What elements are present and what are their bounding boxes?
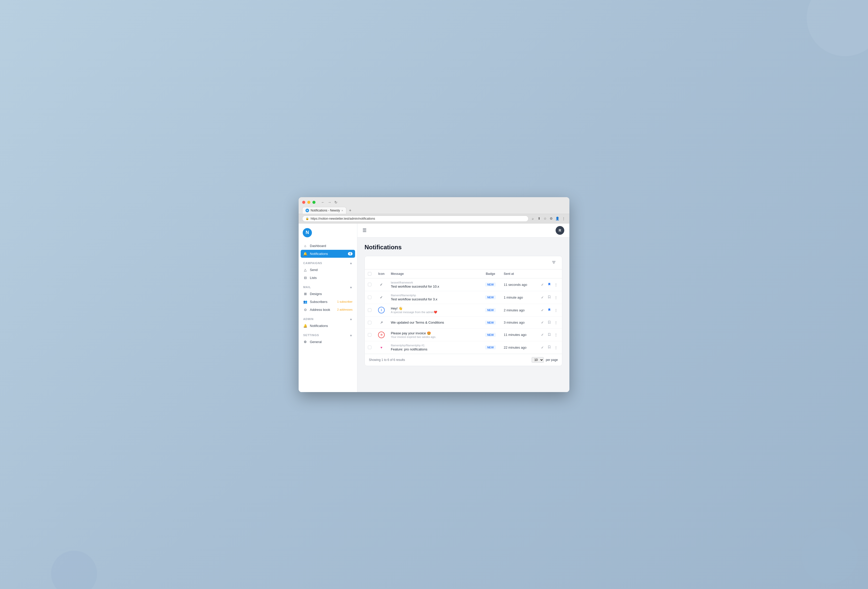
mail-section-header: MAIL ▲ xyxy=(301,282,355,290)
row-sent: 11 seconds ago xyxy=(501,278,536,291)
bookmark-toolbar-icon[interactable]: ☆ xyxy=(543,216,548,221)
active-tab[interactable]: N Notifications - Newsly × xyxy=(302,207,346,214)
bookmark-button[interactable] xyxy=(546,320,552,325)
more-actions-button[interactable]: ⋮ xyxy=(553,307,559,313)
main-content: ☰ R Notifications xyxy=(357,223,569,392)
filter-button[interactable] xyxy=(550,259,558,266)
forward-button[interactable]: → xyxy=(327,200,332,205)
bookmark-button[interactable] xyxy=(546,282,552,287)
back-button[interactable]: ← xyxy=(320,200,326,205)
row-sent: 3 minutes ago xyxy=(501,316,536,328)
admin-toggle[interactable]: ▲ xyxy=(350,317,353,321)
more-actions-button[interactable]: ⋮ xyxy=(553,332,559,337)
table-row: ♥ filamentphp/filamentphp #1 Feature: pr… xyxy=(365,341,562,354)
row-message: We updated our Terms & Conditions xyxy=(391,320,477,325)
search-toolbar-icon[interactable]: ⌕ xyxy=(531,216,535,221)
mark-read-button[interactable]: ✓ xyxy=(540,282,545,287)
campaigns-toggle[interactable]: ▲ xyxy=(350,261,353,265)
more-toolbar-icon[interactable]: ⋮ xyxy=(561,216,566,221)
row-checkbox[interactable] xyxy=(368,283,371,286)
row-sent: 2 minutes ago xyxy=(501,304,536,316)
avatar[interactable]: R xyxy=(556,226,564,235)
settings-section-label: SETTINGS xyxy=(303,334,319,337)
url-input[interactable]: 🔒 https://notion-newsletter.test/admin/n… xyxy=(302,216,528,222)
mark-read-button[interactable]: ✓ xyxy=(540,320,545,325)
bookmark-button[interactable] xyxy=(546,294,552,300)
col-header-sent: Sent at xyxy=(501,269,536,278)
row-checkbox[interactable] xyxy=(368,345,371,349)
share-toolbar-icon[interactable]: ⬆ xyxy=(537,216,541,221)
select-all-checkbox[interactable] xyxy=(368,272,371,276)
settings-toggle[interactable]: ▲ xyxy=(350,333,353,337)
sidebar-address-book-label: Address book xyxy=(310,308,330,311)
topbar-right: R xyxy=(556,226,564,235)
browser-window: ← → ↻ N Notifications - Newsly × + 🔒 htt… xyxy=(299,197,569,392)
sidebar-send-label: Send xyxy=(310,268,317,272)
more-actions-button[interactable]: ⋮ xyxy=(553,345,559,350)
sidebar-item-subscribers[interactable]: 👥 Subscribers 1 subscriber xyxy=(301,298,355,306)
row-checkbox[interactable] xyxy=(368,321,371,325)
sidebar-item-general[interactable]: ⚙ General xyxy=(301,338,355,346)
tab-favicon: N xyxy=(306,209,309,212)
mail-toggle[interactable]: ▲ xyxy=(350,285,353,289)
row-actions: ✓ ⋮ xyxy=(539,294,559,300)
table-row: ✓ filament/filamentphp Test workflow suc… xyxy=(365,291,562,304)
table-row: ✓ laravel/framework Test workflow succes… xyxy=(365,278,562,291)
tab-close-button[interactable]: × xyxy=(341,209,343,212)
sidebar-item-lists[interactable]: ⊟ Lists xyxy=(301,274,355,282)
profile-toolbar-icon[interactable]: 👤 xyxy=(555,216,559,221)
hamburger-menu[interactable]: ☰ xyxy=(362,227,366,233)
sidebar-logo: N xyxy=(299,223,357,242)
per-page-selector: 10 25 50 per page xyxy=(531,357,558,363)
bookmark-button[interactable] xyxy=(546,345,552,350)
pagination-text: Showing 1 to 6 of 6 results xyxy=(369,358,405,362)
browser-titlebar: ← → ↻ N Notifications - Newsly × + xyxy=(299,197,569,214)
row-message: Test workflow successful for 3.x xyxy=(391,297,477,301)
sidebar-general-label: General xyxy=(310,340,322,344)
row-actions: ✓ ⋮ xyxy=(539,282,559,287)
row-badge: NEW xyxy=(485,282,496,286)
row-actions: ✓ ⋮ xyxy=(539,320,559,325)
subscribers-badge: 1 subscriber xyxy=(337,300,353,303)
bookmark-button[interactable] xyxy=(546,307,552,313)
mark-read-button[interactable]: ✓ xyxy=(540,332,545,337)
close-dot[interactable] xyxy=(302,201,305,204)
row-badge: NEW xyxy=(485,333,496,337)
row-actions: ✓ ⋮ xyxy=(539,332,559,338)
row-sub: Your invoice expired two weeks ago. xyxy=(391,335,477,338)
per-page-label: per page xyxy=(546,358,558,362)
sidebar-item-notifications[interactable]: 🔔 Notifications 6 xyxy=(301,250,355,258)
row-icon-check: ✓ xyxy=(378,294,385,301)
fullscreen-dot[interactable] xyxy=(312,201,316,204)
lists-icon: ⊟ xyxy=(303,276,307,280)
sidebar-item-designs[interactable]: ⊞ Designs xyxy=(301,290,355,298)
row-checkbox[interactable] xyxy=(368,295,371,299)
more-actions-button[interactable]: ⋮ xyxy=(553,320,559,325)
refresh-button[interactable]: ↻ xyxy=(334,200,338,205)
row-checkbox[interactable] xyxy=(368,308,371,312)
row-sent: 22 minutes ago xyxy=(501,341,536,354)
sidebar-item-address-book[interactable]: ⊙ Address book 2 addresses xyxy=(301,306,355,314)
row-checkbox[interactable] xyxy=(368,333,371,337)
mark-read-button[interactable]: ✓ xyxy=(540,295,545,300)
bell-icon: 🔔 xyxy=(303,252,307,256)
table-header: Icon Message Badge Sent at xyxy=(365,269,562,278)
address-book-badge: 2 addresses xyxy=(337,308,353,311)
gear-icon: ⚙ xyxy=(303,340,307,344)
bookmark-button[interactable] xyxy=(546,332,552,338)
sidebar-item-admin-notifications[interactable]: 🔔 Notifications xyxy=(301,322,355,330)
row-source: laravel/framework xyxy=(391,281,477,284)
mark-read-button[interactable]: ✓ xyxy=(540,345,545,350)
per-page-select[interactable]: 10 25 50 xyxy=(531,357,544,363)
sidebar-item-dashboard[interactable]: ⌂ Dashboard xyxy=(301,242,355,250)
browser-nav-buttons: ← → ↻ xyxy=(320,200,338,205)
extensions-toolbar-icon[interactable]: ⚙ xyxy=(549,216,554,221)
sidebar-item-send[interactable]: △ Send xyxy=(301,266,355,274)
more-actions-button[interactable]: ⋮ xyxy=(553,282,559,287)
more-actions-button[interactable]: ⋮ xyxy=(553,295,559,300)
subscribers-icon: 👥 xyxy=(303,300,307,304)
minimize-dot[interactable] xyxy=(307,201,310,204)
new-tab-button[interactable]: + xyxy=(347,207,353,214)
mark-read-button[interactable]: ✓ xyxy=(540,307,545,313)
table-body: ✓ laravel/framework Test workflow succes… xyxy=(365,278,562,354)
